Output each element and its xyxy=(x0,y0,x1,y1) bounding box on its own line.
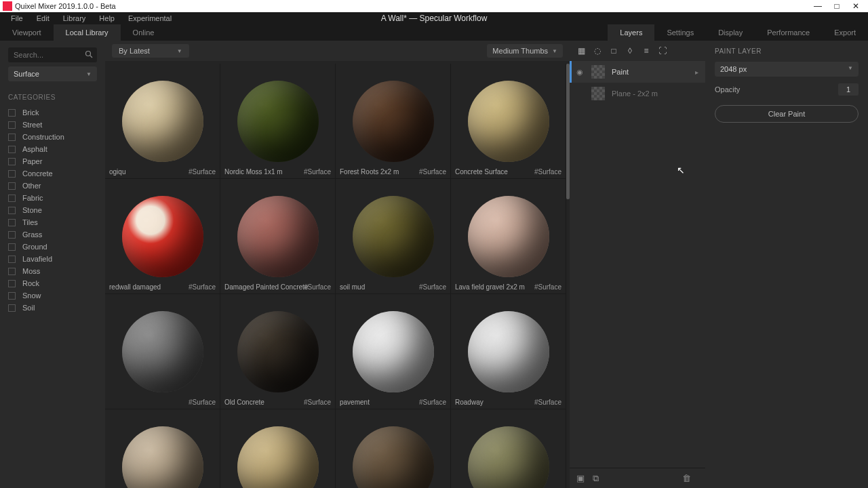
asset-grid[interactable]: ogiqu#SurfaceNordic Moss 1x1 m#SurfaceFo… xyxy=(105,61,570,488)
category-item[interactable]: Paper xyxy=(8,155,97,167)
layer-item[interactable]: Plane - 2x2 m xyxy=(570,83,705,104)
asset-cell[interactable]: #Surface xyxy=(105,294,220,409)
droplet-tool-icon[interactable]: ◌ xyxy=(593,46,602,56)
category-item[interactable]: Construction xyxy=(8,131,97,143)
asset-cell[interactable]: pavement#Surface xyxy=(336,294,451,409)
asset-tag: #Surface xyxy=(189,399,216,406)
asset-cell[interactable]: ogiqu#Surface xyxy=(105,64,220,179)
menu-file[interactable]: File xyxy=(4,13,30,24)
category-item[interactable]: Grass xyxy=(8,228,97,241)
category-item[interactable]: Lavafield xyxy=(8,253,97,265)
clear-paint-button[interactable]: Clear Paint xyxy=(715,105,859,123)
asset-cell[interactable]: #Surface xyxy=(451,409,566,488)
minimize-button[interactable]: — xyxy=(808,0,827,12)
checkbox-icon[interactable] xyxy=(8,182,16,190)
checkbox-icon[interactable] xyxy=(8,121,16,129)
category-item[interactable]: Fabric xyxy=(8,192,97,204)
tab-viewport[interactable]: Viewport xyxy=(0,24,54,41)
search-input[interactable] xyxy=(8,47,97,62)
tab-local-library[interactable]: Local Library xyxy=(54,24,121,41)
checkbox-icon[interactable] xyxy=(8,268,16,275)
checkbox-icon[interactable] xyxy=(8,256,16,263)
type-filter-dropdown[interactable]: Surface ▼ xyxy=(8,66,97,81)
asset-name: redwall damaged xyxy=(109,283,161,291)
menu-library[interactable]: Library xyxy=(56,13,93,24)
checkbox-icon[interactable] xyxy=(8,109,16,117)
maximize-button[interactable]: □ xyxy=(827,0,846,12)
opacity-value[interactable]: 1 xyxy=(838,83,859,96)
category-label: Snow xyxy=(22,291,41,300)
asset-cell[interactable]: #Surface xyxy=(336,409,451,488)
asset-cell[interactable]: Concrete Surface#Surface xyxy=(451,64,566,179)
category-item[interactable]: Tiles xyxy=(8,216,97,228)
asset-tag: #Surface xyxy=(534,168,561,176)
tab-export[interactable]: Export xyxy=(822,24,868,41)
category-item[interactable]: Snow xyxy=(8,289,97,302)
tab-display[interactable]: Display xyxy=(706,24,755,41)
tab-online[interactable]: Online xyxy=(121,24,167,41)
checkbox-icon[interactable] xyxy=(8,207,16,214)
asset-cell[interactable]: Lava field gravel 2x2 m#Surface xyxy=(451,179,566,294)
category-item[interactable]: Soil xyxy=(8,302,97,314)
layer-item[interactable]: ◉Paint▸ xyxy=(570,61,705,83)
asset-tag: #Surface xyxy=(419,283,446,291)
checkbox-icon[interactable] xyxy=(8,170,16,178)
trash-icon[interactable]: 🗑 xyxy=(682,473,693,483)
tab-layers[interactable]: Layers xyxy=(608,24,654,41)
category-item[interactable]: Other xyxy=(8,180,97,192)
checkbox-icon[interactable] xyxy=(8,158,16,165)
asset-cell[interactable]: Forest Roots 2x2 m#Surface xyxy=(336,64,451,179)
category-item[interactable]: Street xyxy=(8,119,97,131)
checkbox-icon[interactable] xyxy=(8,231,16,239)
expand-tool-icon[interactable]: ⛶ xyxy=(658,46,667,56)
category-item[interactable]: Rock xyxy=(8,277,97,289)
tab-performance[interactable]: Performance xyxy=(755,24,822,41)
menu-help[interactable]: Help xyxy=(92,13,121,24)
tab-settings[interactable]: Settings xyxy=(654,24,706,41)
water-tool-icon[interactable]: ◊ xyxy=(625,46,635,56)
checkbox-icon[interactable] xyxy=(8,195,16,202)
visibility-eye-icon[interactable]: ◉ xyxy=(576,68,585,77)
sort-dropdown[interactable]: By Latest ▼ xyxy=(112,44,189,58)
square-tool-icon[interactable]: □ xyxy=(609,46,618,56)
asset-cell[interactable]: soil mud#Surface xyxy=(336,179,451,294)
category-item[interactable]: Stone xyxy=(8,204,97,216)
material-sphere-icon xyxy=(468,426,549,489)
category-label: Moss xyxy=(22,267,40,275)
asset-cell[interactable]: #Surface xyxy=(105,409,220,488)
category-item[interactable]: Ground xyxy=(8,241,97,253)
asset-cell[interactable]: #Surface xyxy=(220,409,336,488)
asset-cell[interactable]: Old Concrete#Surface xyxy=(220,294,336,409)
resolution-dropdown[interactable]: 2048 px ▼ xyxy=(715,62,859,77)
checkbox-icon[interactable] xyxy=(8,280,16,287)
search-icon[interactable] xyxy=(85,50,93,58)
grid-tool-icon[interactable]: ▦ xyxy=(576,46,586,56)
layer-thumb-icon xyxy=(591,87,605,100)
category-item[interactable]: Asphalt xyxy=(8,143,97,155)
asset-name: Roadway xyxy=(455,399,484,406)
checkbox-icon[interactable] xyxy=(8,243,16,251)
asset-cell[interactable]: Damaged Painted Concrete#Surface xyxy=(220,179,336,294)
category-item[interactable]: Concrete xyxy=(8,167,97,180)
category-item[interactable]: Moss xyxy=(8,265,97,277)
checkbox-icon[interactable] xyxy=(8,219,16,226)
menu-edit[interactable]: Edit xyxy=(30,13,56,24)
thumb-size-label: Medium Thumbs xyxy=(492,47,548,55)
category-item[interactable]: Brick xyxy=(8,106,97,119)
asset-cell[interactable]: Roadway#Surface xyxy=(451,294,566,409)
asset-cell[interactable]: Nordic Moss 1x1 m#Surface xyxy=(220,64,336,179)
checkbox-icon[interactable] xyxy=(8,304,16,312)
checkbox-icon[interactable] xyxy=(8,134,16,141)
thumb-size-dropdown[interactable]: Medium Thumbs ▼ xyxy=(487,44,563,58)
lines-tool-icon[interactable]: ≡ xyxy=(642,46,651,56)
close-button[interactable]: ✕ xyxy=(846,0,865,12)
checkbox-icon[interactable] xyxy=(8,146,16,153)
asset-cell[interactable]: redwall damaged#Surface xyxy=(105,179,220,294)
duplicate-layer-icon[interactable]: ⧉ xyxy=(593,473,604,484)
category-label: Tiles xyxy=(22,218,38,226)
new-layer-icon[interactable]: ▣ xyxy=(576,473,587,483)
checkbox-icon[interactable] xyxy=(8,292,16,300)
menu-experimental[interactable]: Experimental xyxy=(121,13,178,24)
chevron-down-icon: ▼ xyxy=(177,48,182,54)
asset-name: Concrete Surface xyxy=(455,168,508,176)
